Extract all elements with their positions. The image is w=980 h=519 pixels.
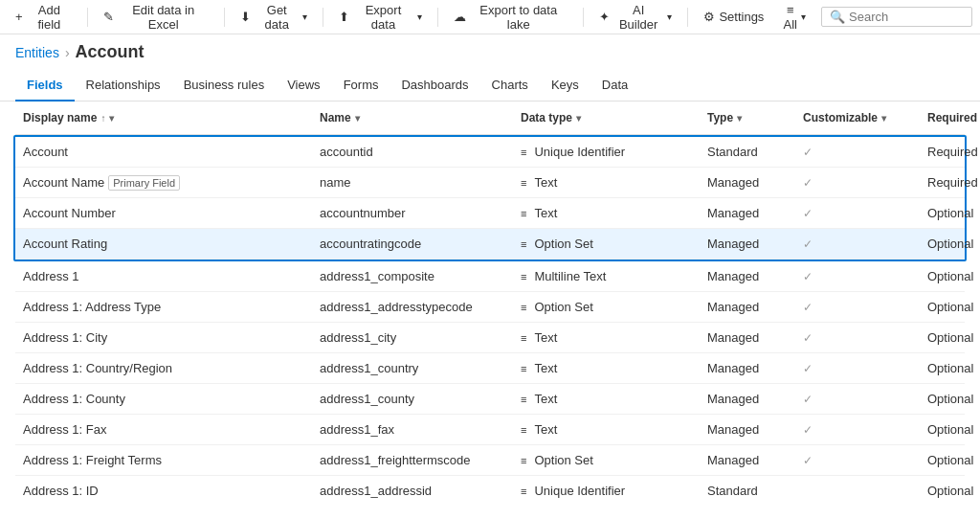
th-required[interactable]: Required ▾ <box>920 107 980 128</box>
table-row[interactable]: Address 1: Fax··· address1_fax ≡ Text Ma… <box>15 415 965 445</box>
settings-icon: ⚙ <box>703 10 715 24</box>
th-display-name[interactable]: Display name ↑ ▾ <box>15 107 312 128</box>
export-lake-button[interactable]: ☁ Export to data lake <box>446 0 575 35</box>
get-data-icon: ⬇ <box>240 10 251 24</box>
export-lake-label: Export to data lake <box>470 3 568 32</box>
export-data-label: Export data <box>353 3 412 32</box>
td-display-name: Address 1··· <box>15 264 312 289</box>
edit-excel-button[interactable]: ✎ Edit data in Excel <box>96 0 216 35</box>
tab-business-rules[interactable]: Business rules <box>172 70 277 102</box>
table-row[interactable]: Address 1: Freight Terms··· address1_fre… <box>15 445 965 476</box>
td-data-type: ≡ Text <box>513 388 700 410</box>
tab-relationships[interactable]: Relationships <box>75 70 172 102</box>
td-type: Standard <box>700 480 795 502</box>
td-required: Optional <box>920 480 980 502</box>
separator-3 <box>323 8 323 27</box>
td-display-name: Account Rating ··· <box>15 232 312 257</box>
export-data-button[interactable]: ⬆ Export data ▾ <box>331 0 429 35</box>
td-customizable: ✓ <box>795 172 920 193</box>
table-row[interactable]: Address 1: Country/Region··· address1_co… <box>15 353 965 384</box>
td-customizable: ✓ <box>795 419 920 440</box>
edit-excel-label: Edit data in Excel <box>118 3 209 32</box>
table-row[interactable]: Account Rating ··· accountratingcode ≡ O… <box>15 229 965 260</box>
get-data-button[interactable]: ⬇ Get data ▾ <box>233 0 315 35</box>
tab-views[interactable]: Views <box>276 70 331 102</box>
th-customizable[interactable]: Customizable ▾ <box>795 107 920 128</box>
table-row[interactable]: Account Number ··· accountnumber ≡ Text … <box>15 198 965 229</box>
th-custom-filter: ▾ <box>881 113 886 124</box>
td-data-type: ≡ Text <box>513 327 700 349</box>
td-data-type: ≡ Text <box>513 357 700 379</box>
tab-forms[interactable]: Forms <box>332 70 390 102</box>
ai-builder-label: AI Builder <box>613 3 664 32</box>
sort-filter-icon: ▾ <box>109 113 114 124</box>
table-header: Display name ↑ ▾ Name ▾ Data type ▾ Type… <box>15 102 965 135</box>
highlighted-section: Account ··· accountid ≡ Unique Identifie… <box>13 135 967 261</box>
td-required: Optional <box>920 388 980 410</box>
td-name: accountid <box>312 141 513 163</box>
td-type: Managed <box>700 449 795 471</box>
td-type: Standard <box>700 141 795 163</box>
tab-fields[interactable]: Fields <box>15 70 75 102</box>
td-name: address1_composite <box>312 265 513 287</box>
td-data-type: ≡ Unique Identifier <box>513 480 700 502</box>
separator-2 <box>224 8 225 27</box>
get-data-label: Get data <box>255 3 299 32</box>
all-button[interactable]: ≡ All ▾ <box>775 0 813 35</box>
tab-keys[interactable]: Keys <box>540 70 590 102</box>
td-data-type: ≡ Text <box>513 418 700 440</box>
td-display-name: Address 1: Country/Region··· <box>15 356 312 381</box>
table-body: Account ··· accountid ≡ Unique Identifie… <box>0 135 980 506</box>
td-required: Optional <box>920 327 980 349</box>
td-customizable: ✓ <box>795 266 920 287</box>
breadcrumb: Entities › Account <box>0 34 980 62</box>
td-required: Required <box>920 141 980 163</box>
table-container: Display name ↑ ▾ Name ▾ Data type ▾ Type… <box>0 102 980 506</box>
table-row[interactable]: Account Name Primary Field ··· name ≡ Te… <box>15 168 965 198</box>
table-row[interactable]: Account ··· accountid ≡ Unique Identifie… <box>15 137 965 168</box>
td-data-type: ≡ Text <box>513 171 700 193</box>
table-row[interactable]: Address 1: City··· address1_city ≡ Text … <box>15 323 965 353</box>
td-customizable: ✓ <box>795 142 920 163</box>
th-type[interactable]: Type ▾ <box>700 107 795 128</box>
add-field-label: Add field <box>27 3 73 32</box>
lake-icon: ☁ <box>454 10 466 24</box>
td-display-name: Account ··· <box>15 140 312 165</box>
td-required: Optional <box>920 357 980 379</box>
settings-button[interactable]: ⚙ Settings <box>696 6 771 28</box>
th-name[interactable]: Name ▾ <box>312 107 513 128</box>
table-row[interactable]: Address 1: ID··· address1_addressid ≡ Un… <box>15 476 965 506</box>
td-data-type: ≡ Option Set <box>513 449 700 471</box>
td-required: Optional <box>920 418 980 440</box>
toolbar-right: ≡ All ▾ 🔍 <box>775 0 972 35</box>
tab-charts[interactable]: Charts <box>480 70 540 102</box>
table-row[interactable]: Address 1··· address1_composite ≡ Multil… <box>15 261 965 292</box>
td-display-name: Address 1: City··· <box>15 326 312 350</box>
td-customizable: ✓ <box>795 358 920 379</box>
td-name: address1_city <box>312 327 513 349</box>
table-row[interactable]: Address 1: Address Type··· address1_addr… <box>15 292 965 323</box>
td-name: address1_county <box>312 388 513 410</box>
td-customizable: ✓ <box>795 327 920 349</box>
separator-1 <box>87 8 88 27</box>
td-display-name: Address 1: County··· <box>15 387 312 412</box>
td-type: Managed <box>700 233 795 255</box>
search-input[interactable] <box>849 10 964 24</box>
table-row[interactable]: Address 1: County··· address1_county ≡ T… <box>15 384 965 415</box>
tab-dashboards[interactable]: Dashboards <box>390 70 479 102</box>
td-required: Optional <box>920 449 980 471</box>
td-name: address1_freighttermscode <box>312 449 513 471</box>
td-name: address1_addresstypecode <box>312 296 513 318</box>
all-dropdown-icon: ▾ <box>801 11 806 22</box>
settings-label: Settings <box>719 10 764 24</box>
tab-data[interactable]: Data <box>590 70 639 102</box>
td-customizable <box>795 487 920 495</box>
ai-builder-button[interactable]: ✦ AI Builder ▾ <box>591 0 680 35</box>
breadcrumb-parent[interactable]: Entities <box>15 45 59 60</box>
td-display-name: Address 1: Freight Terms··· <box>15 448 312 473</box>
td-required: Optional <box>920 233 980 255</box>
td-type: Managed <box>700 296 795 318</box>
add-field-button[interactable]: + Add field <box>8 0 79 35</box>
th-data-type[interactable]: Data type ▾ <box>513 107 700 128</box>
search-icon: 🔍 <box>830 10 845 24</box>
